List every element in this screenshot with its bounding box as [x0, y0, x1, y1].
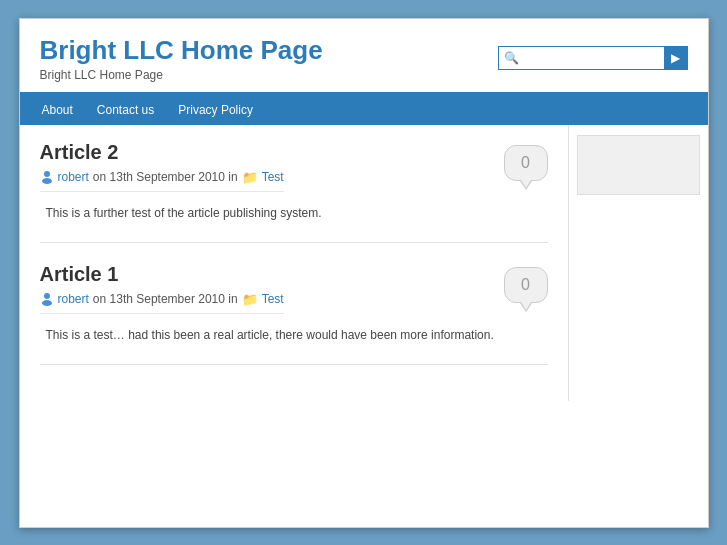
nav-item-about[interactable]: About: [30, 95, 85, 125]
site-subtitle: Bright LLC Home Page: [40, 68, 323, 82]
svg-point-0: [44, 171, 50, 177]
article-1-title-area: Article 1 robert on 13th September 2010 …: [40, 263, 284, 322]
article-2-title-area: Article 2 robert on 13th September 2010 …: [40, 141, 284, 200]
search-button[interactable]: ▶: [664, 47, 687, 69]
header: Bright LLC Home Page Bright LLC Home Pag…: [20, 19, 708, 95]
article-2-body: This is a further test of the article pu…: [40, 200, 548, 226]
article-1-top: Article 1 robert on 13th September 2010 …: [40, 263, 548, 322]
sidebar: [568, 125, 708, 401]
article-2-author[interactable]: robert: [58, 170, 89, 184]
article-1-comment-count: 0: [504, 267, 548, 303]
article-2-comment-bubble: 0: [504, 145, 548, 181]
article-1-date: on 13th September 2010 in: [93, 292, 238, 306]
site-title: Bright LLC Home Page: [40, 35, 323, 66]
svg-point-2: [44, 293, 50, 299]
article-2-date: on 13th September 2010 in: [93, 170, 238, 184]
folder-icon: 📁: [242, 170, 258, 185]
main-content: Article 2 robert on 13th September 2010 …: [20, 125, 708, 401]
search-form: 🔍 ▶: [498, 46, 688, 70]
article-2-title: Article 2: [40, 141, 284, 164]
article-1: Article 1 robert on 13th September 2010 …: [40, 263, 548, 365]
article-2-top: Article 2 robert on 13th September 2010 …: [40, 141, 548, 200]
article-2-category[interactable]: Test: [262, 170, 284, 184]
articles-area: Article 2 robert on 13th September 2010 …: [20, 125, 568, 401]
nav-item-privacy[interactable]: Privacy Policy: [166, 95, 265, 125]
article-1-meta: robert on 13th September 2010 in 📁 Test: [40, 292, 284, 314]
user-icon: [40, 170, 54, 184]
search-icon: 🔍: [499, 47, 524, 69]
article-1-body: This is a test… had this been a real art…: [40, 322, 548, 348]
search-input[interactable]: [524, 47, 664, 69]
svg-point-1: [42, 178, 52, 184]
sidebar-widget: [577, 135, 700, 195]
article-2: Article 2 robert on 13th September 2010 …: [40, 141, 548, 243]
folder-icon-2: 📁: [242, 292, 258, 307]
nav-bar: About Contact us Privacy Policy: [20, 95, 708, 125]
user-icon-2: [40, 292, 54, 306]
article-1-author[interactable]: robert: [58, 292, 89, 306]
header-left: Bright LLC Home Page Bright LLC Home Pag…: [40, 35, 323, 82]
article-1-title: Article 1: [40, 263, 284, 286]
page-wrapper: Bright LLC Home Page Bright LLC Home Pag…: [19, 18, 709, 528]
article-1-category[interactable]: Test: [262, 292, 284, 306]
article-2-comment-count: 0: [504, 145, 548, 181]
svg-point-3: [42, 300, 52, 306]
article-2-meta: robert on 13th September 2010 in 📁 Test: [40, 170, 284, 192]
nav-item-contact[interactable]: Contact us: [85, 95, 166, 125]
article-1-comment-bubble: 0: [504, 267, 548, 303]
